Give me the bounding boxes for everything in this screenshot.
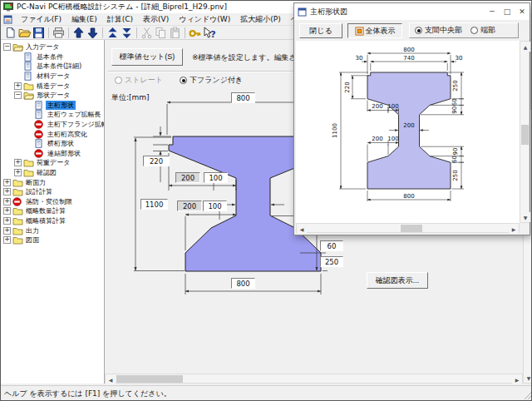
tree-item-2[interactable]: 基本条件(詳細) <box>1 62 104 72</box>
expand-icon[interactable]: + <box>14 169 22 176</box>
confirm-drawing-button[interactable]: 確認図表示... <box>367 272 428 289</box>
expand-icon[interactable]: + <box>14 159 22 166</box>
expand-icon[interactable]: + <box>3 179 11 186</box>
tree-item-6[interactable]: 主桁形状 <box>1 101 104 111</box>
dialog-toolbar: 閉じる 全体表示 支間中央部 端部 <box>294 20 530 41</box>
dialog-close-button[interactable]: 閉じる <box>299 23 342 38</box>
dim-top-inner: 740 <box>403 55 414 62</box>
tree-item-11[interactable]: 連結部形状 <box>1 149 104 159</box>
tree-item-7[interactable]: 主桁ウェブ拡幅長 <box>1 110 104 120</box>
dialog-scroll-down-icon[interactable]: ▼ <box>520 212 530 222</box>
cut-icon <box>140 27 154 39</box>
minimize-icon[interactable]: ─ <box>485 7 500 16</box>
dim-input-side-60[interactable] <box>320 240 343 251</box>
menu-item-0[interactable]: ファイル(F) <box>16 14 66 25</box>
tree-item-8[interactable]: 主桁下フランジ拡幅長 <box>1 120 104 130</box>
tree-item-13[interactable]: +確認図 <box>1 168 104 178</box>
fit-view-button[interactable]: 全体表示 <box>347 23 402 38</box>
dialog-title-bar[interactable]: 主桁形状図 ─ □ ✕ <box>294 3 530 20</box>
menu-item-2[interactable]: 計算(C) <box>102 14 138 25</box>
expand-icon[interactable]: + <box>3 217 11 225</box>
scroll-left-icon[interactable]: ◀ <box>106 374 116 384</box>
dim-input-side-250[interactable] <box>320 256 343 267</box>
tree-item-1[interactable]: 基本条件 <box>1 52 104 62</box>
tree-item-17[interactable]: +概略数量計算 <box>1 206 104 216</box>
dialog-horizontal-scrollbar[interactable]: ◀ ▶ <box>296 223 520 233</box>
tree-item-9[interactable]: 主桁桁高変化 <box>1 129 104 139</box>
dim-input-flange-edge[interactable] <box>143 156 170 166</box>
dialog-scroll-left-icon[interactable]: ◀ <box>297 224 307 234</box>
tree-item-20[interactable]: +図面 <box>1 235 104 245</box>
dim-height: 1100 <box>332 123 338 138</box>
collapse-icon[interactable]: − <box>3 43 11 51</box>
move-bottom-icon[interactable] <box>120 27 134 39</box>
expand-icon[interactable]: + <box>3 236 11 244</box>
key-icon[interactable] <box>188 27 202 39</box>
fit-view-label: 全体表示 <box>366 26 396 37</box>
dim-input-height[interactable] <box>140 199 168 210</box>
new-icon[interactable] <box>3 27 17 39</box>
tree-item-12[interactable]: +荷重データ <box>1 158 104 168</box>
dim-web: 200 <box>403 122 414 129</box>
status-bar: ヘルプ を表示するには [F1] を押してください。 <box>1 385 532 401</box>
expand-icon[interactable]: + <box>3 227 11 235</box>
dialog-vertical-scrollbar[interactable]: ▲ ▼ <box>520 41 530 223</box>
expand-icon[interactable]: + <box>3 188 11 196</box>
expand-icon[interactable]: + <box>3 207 11 215</box>
tree-item-5[interactable]: −形状データ <box>1 91 104 101</box>
menu-item-1[interactable]: 編集(E) <box>66 14 102 25</box>
open-icon[interactable] <box>17 27 32 39</box>
tree-item-0[interactable]: −入力データ <box>1 42 104 52</box>
dim-edge-bottom: 250 <box>452 170 459 181</box>
maximize-icon[interactable]: □ <box>500 7 515 16</box>
doc-icon <box>23 72 35 81</box>
move-down-icon[interactable] <box>86 27 100 39</box>
folderOpen-icon <box>23 91 35 100</box>
folder-icon <box>23 158 35 167</box>
main-horizontal-scrollbar[interactable]: ◀ ▶ <box>105 374 523 384</box>
tree-item-4[interactable]: +構造データ <box>1 81 104 91</box>
print-icon[interactable] <box>52 27 66 39</box>
dialog-scroll-up-icon[interactable]: ▲ <box>520 42 530 52</box>
doc-icon <box>34 139 46 148</box>
tree-item-15[interactable]: +設計計算 <box>1 187 104 197</box>
expand-icon[interactable]: + <box>14 82 22 90</box>
menu-item-5[interactable]: 拡大縮小(P) <box>235 14 285 25</box>
dim-input-top-width[interactable] <box>231 92 255 103</box>
menu-item-4[interactable]: ウィンドウ(W) <box>174 14 235 25</box>
save-icon[interactable] <box>32 27 46 39</box>
radio-end-circle[interactable] <box>470 27 478 34</box>
tree-item-3[interactable]: 材料データ <box>1 72 104 82</box>
expand-icon[interactable]: + <box>3 198 11 205</box>
help-icon[interactable]: ? <box>202 27 216 39</box>
folder-icon <box>23 168 35 177</box>
close-icon[interactable]: ✕ <box>515 7 530 16</box>
tree-item-label: 主桁桁高変化 <box>46 130 89 139</box>
tree-item-18[interactable]: +概略積算計算 <box>1 216 104 226</box>
dialog-drawing-area: 800 740 30 30 220 1100 250 60 90 200 100… <box>296 41 520 223</box>
dialog-scroll-right-icon[interactable]: ▶ <box>509 224 519 234</box>
tree-item-label: 連結部形状 <box>46 149 82 158</box>
radio-midspan-circle[interactable] <box>415 27 422 34</box>
dim-input-bottom-width[interactable] <box>231 278 255 289</box>
dim-taper60-bottom: 60 <box>452 156 459 163</box>
resize-grip-icon[interactable] <box>522 390 532 400</box>
tree-item-label: 基本条件 <box>35 52 65 62</box>
tree-item-10[interactable]: 横桁形状 <box>1 139 104 149</box>
move-up-icon[interactable] <box>71 27 86 39</box>
collapse-icon[interactable]: − <box>14 92 22 99</box>
svg-text:?: ? <box>210 28 215 39</box>
tree-item-19[interactable]: +出力 <box>1 225 104 235</box>
section-radio-group: 支間中央部 端部 <box>409 22 519 38</box>
radio-end-label: 端部 <box>480 25 495 36</box>
dim-notch-left: 30 <box>356 55 363 62</box>
menu-item-3[interactable]: 表示(V) <box>138 14 174 25</box>
tree-item-16[interactable]: +落防・変位制限 <box>1 197 104 207</box>
scroll-right-icon[interactable]: ▶ <box>512 374 522 384</box>
move-top-icon[interactable] <box>106 27 120 39</box>
dim-bottom: 800 <box>403 193 414 200</box>
tree-item-14[interactable]: +断面力 <box>1 177 104 187</box>
scroll-down-icon[interactable]: ▼ <box>524 373 532 383</box>
dim-input-lower-100[interactable] <box>203 200 227 211</box>
dim-input-upper-100[interactable] <box>204 172 228 183</box>
